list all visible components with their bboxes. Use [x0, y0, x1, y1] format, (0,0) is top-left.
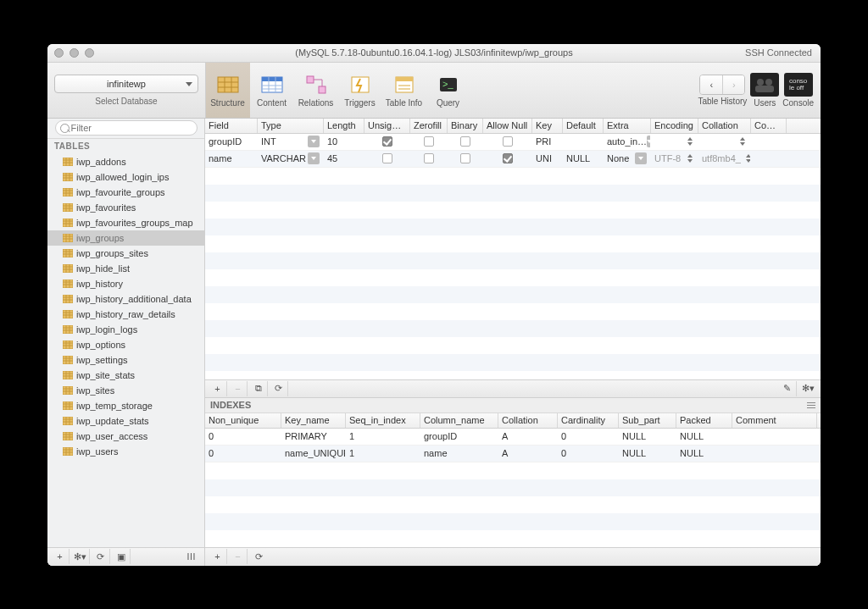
type-dropdown[interactable] — [308, 136, 320, 147]
sidebar-table-label: iwp_favourites — [76, 202, 136, 213]
allow-null-checkbox[interactable] — [503, 136, 513, 147]
sidebar-table-item[interactable]: iwp_settings — [47, 352, 204, 368]
sidebar-table-item[interactable]: iwp_sites — [47, 383, 204, 398]
table-icon — [63, 203, 73, 212]
sidebar-table-item[interactable]: iwp_options — [47, 337, 204, 352]
sidebar-table-label: iwp_user_access — [76, 431, 147, 441]
console-icon[interactable]: console off — [784, 73, 813, 97]
column-header-cell[interactable]: Comm… — [751, 119, 787, 133]
column-header-cell[interactable]: Encoding — [651, 119, 698, 133]
sidebar-table-item[interactable]: iwp_users — [47, 444, 204, 459]
sidebar-table-item[interactable]: iwp_update_stats — [47, 413, 204, 429]
index-header-cell[interactable]: Seq_in_index — [346, 413, 420, 428]
extra-dropdown[interactable] — [635, 152, 647, 164]
duplicate-column-button[interactable]: ⧉ — [249, 381, 268, 396]
remove-column-button[interactable]: − — [229, 381, 248, 396]
column-header-cell[interactable]: Allow Null — [483, 119, 532, 133]
column-header-cell[interactable]: Field — [205, 119, 258, 133]
indexes-header[interactable]: INDEXES — [205, 398, 821, 413]
sidebar-refresh-button[interactable]: ⟳ — [92, 549, 110, 564]
column-header-cell[interactable]: Collation — [698, 119, 751, 133]
column-header-cell[interactable]: Length — [324, 119, 364, 133]
column-header-cell[interactable]: Default — [563, 119, 604, 133]
sidebar-table-item[interactable]: iwp_favourite_groups — [47, 185, 204, 200]
add-index-button[interactable]: + — [209, 549, 227, 564]
sidebar-table-item[interactable]: iwp_groups_sites — [47, 246, 204, 261]
encoding-stepper[interactable] — [687, 153, 694, 163]
sidebar-resize-handle[interactable]: lll — [182, 549, 201, 564]
refresh-columns-button[interactable]: ⟳ — [270, 381, 288, 396]
table-icon — [63, 264, 73, 273]
sidebar-table-item[interactable]: iwp_history — [47, 276, 204, 291]
column-row[interactable]: nameVARCHAR45UNINULLNoneUTF-8utf8mb4_ — [205, 151, 821, 168]
sidebar-table-label: iwp_allowed_login_ips — [76, 172, 169, 182]
tab-relations[interactable]: Relations — [294, 63, 338, 118]
zerofill-checkbox[interactable] — [424, 153, 434, 163]
index-header-cell[interactable]: Collation — [498, 413, 558, 428]
tab-triggers[interactable]: Triggers — [338, 63, 382, 118]
index-header-cell[interactable]: Key_name — [281, 413, 346, 428]
sidebar-table-item[interactable]: iwp_user_access — [47, 429, 204, 444]
sidebar-table-item[interactable]: iwp_history_additional_data — [47, 291, 204, 307]
index-header-cell[interactable]: Comment — [732, 413, 817, 428]
collation-stepper[interactable] — [745, 153, 751, 163]
sidebar-table-item[interactable]: iwp_history_raw_details — [47, 307, 204, 322]
database-selector[interactable]: infinitewp — [54, 75, 198, 93]
sidebar-table-item[interactable]: iwp_groups — [47, 230, 204, 246]
allow-null-checkbox[interactable] — [503, 153, 513, 163]
index-header-cell[interactable]: Packed — [676, 413, 732, 428]
binary-checkbox[interactable] — [460, 136, 470, 147]
sidebar-table-item[interactable]: iwp_site_stats — [47, 368, 204, 383]
column-header-cell[interactable]: Unsigned — [364, 119, 410, 133]
sidebar-table-item[interactable]: iwp_favourites — [47, 200, 204, 215]
columns-gear-button[interactable]: ✻▾ — [798, 381, 817, 396]
tab-table-info[interactable]: Table Info — [382, 63, 426, 118]
collation-stepper[interactable] — [739, 136, 747, 147]
binary-checkbox[interactable] — [460, 153, 470, 163]
add-column-button[interactable]: + — [209, 381, 227, 396]
sidebar-table-item[interactable]: iwp_temp_storage — [47, 398, 204, 413]
users-icon[interactable] — [750, 73, 779, 97]
column-header-cell[interactable]: Type — [258, 119, 324, 133]
column-header-cell[interactable]: Key — [532, 119, 563, 133]
encoding-stepper[interactable] — [687, 136, 694, 147]
column-row[interactable]: groupIDINT10PRIauto_in… — [205, 134, 821, 151]
unsigned-checkbox[interactable] — [382, 153, 392, 163]
index-header-cell[interactable]: Non_unique — [205, 413, 281, 428]
column-header-cell[interactable]: Binary — [448, 119, 483, 133]
refresh-indexes-button[interactable]: ⟳ — [249, 549, 268, 564]
sidebar-gear-button[interactable]: ✻▾ — [71, 549, 90, 564]
column-header-cell[interactable]: Zerofill — [410, 119, 448, 133]
index-row[interactable]: 0name_UNIQUE1nameA0NULLNULL — [205, 446, 821, 462]
index-row[interactable]: 0PRIMARY1groupIDA0NULLNULL — [205, 429, 821, 446]
sidebar-table-item[interactable]: iwp_allowed_login_ips — [47, 169, 204, 185]
tab-query[interactable]: >_ Query — [426, 63, 470, 118]
tab-structure[interactable]: Structure — [206, 63, 250, 118]
unsigned-checkbox[interactable] — [382, 136, 392, 147]
sidebar-pane-button[interactable]: ▣ — [112, 549, 131, 564]
minimize-icon[interactable] — [70, 48, 79, 58]
zerofill-checkbox[interactable] — [424, 136, 434, 147]
sidebar-table-item[interactable]: iwp_addons — [47, 154, 204, 169]
edit-columns-button[interactable]: ✎ — [778, 381, 797, 396]
sidebar-table-item[interactable]: iwp_login_logs — [47, 322, 204, 337]
tab-content[interactable]: Content — [250, 63, 294, 118]
zoom-icon[interactable] — [85, 48, 94, 58]
svg-rect-63 — [63, 280, 73, 288]
close-icon[interactable] — [54, 48, 64, 58]
history-forward-button[interactable]: › — [722, 75, 744, 94]
drag-handle-icon[interactable] — [807, 402, 815, 408]
tables-filter-input[interactable] — [55, 120, 198, 136]
columns-header-row: FieldTypeLengthUnsignedZerofillBinaryAll… — [205, 119, 821, 134]
sidebar-table-label: iwp_groups — [76, 233, 124, 243]
index-header-cell[interactable]: Sub_part — [619, 413, 676, 428]
column-header-cell[interactable]: Extra — [604, 119, 651, 133]
type-dropdown[interactable] — [308, 152, 320, 164]
index-header-cell[interactable]: Cardinality — [558, 413, 619, 428]
history-back-button[interactable]: ‹ — [700, 75, 722, 94]
add-table-button[interactable]: + — [51, 549, 70, 564]
index-header-cell[interactable]: Column_name — [420, 413, 498, 428]
sidebar-table-item[interactable]: iwp_favourites_groups_map — [47, 215, 204, 230]
sidebar-table-item[interactable]: iwp_hide_list — [47, 261, 204, 276]
remove-index-button[interactable]: − — [229, 549, 248, 564]
